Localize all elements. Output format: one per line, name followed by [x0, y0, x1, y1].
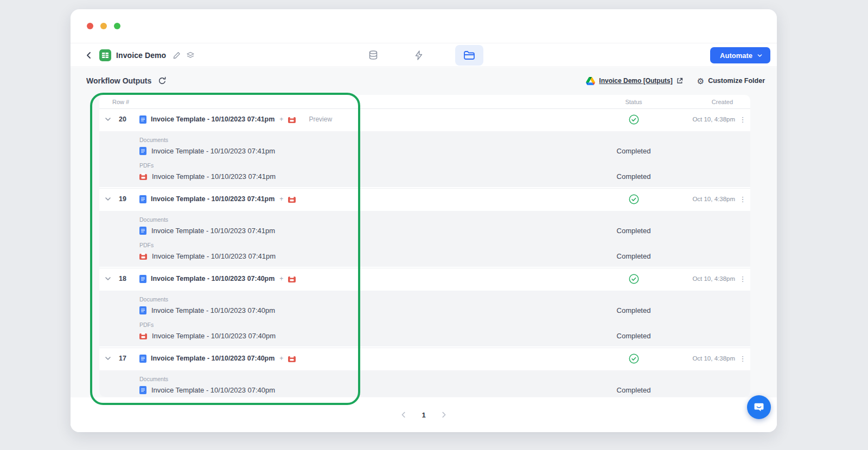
external-link-icon	[676, 78, 683, 84]
document-status: Completed	[593, 383, 674, 396]
status-success-icon	[629, 114, 639, 125]
refresh-button[interactable]	[158, 76, 167, 85]
pdf-icon	[288, 275, 296, 282]
page-title: Invoice Demo	[116, 51, 166, 60]
database-icon	[368, 50, 379, 61]
document-name[interactable]: Invoice Template - 10/10/2023 07:41pm	[151, 147, 275, 155]
table-row[interactable]: 19 Invoice Template - 10/10/2023 07:41pm…	[99, 189, 750, 209]
row-number: 17	[117, 355, 136, 362]
output-title[interactable]: Invoice Template - 10/10/2023 07:40pm	[151, 275, 275, 282]
chevron-left-icon	[400, 411, 407, 419]
kebab-icon: ⋮	[739, 355, 746, 362]
minimize-window-button[interactable]	[100, 23, 107, 29]
row-menu-button[interactable]: ⋮	[735, 275, 750, 282]
output-row-group: 18 Invoice Template - 10/10/2023 07:40pm…	[99, 268, 750, 346]
documents-label: Documents	[139, 375, 593, 383]
preview-link[interactable]: Preview	[309, 115, 332, 123]
pdf-icon	[288, 116, 296, 123]
output-title[interactable]: Invoice Template - 10/10/2023 07:40pm	[151, 355, 275, 362]
automate-button-label: Automate	[720, 52, 752, 60]
drive-folder-link-label: Invoice Demo [Outputs]	[599, 77, 672, 85]
next-page-button[interactable]	[440, 411, 448, 419]
close-window-button[interactable]	[87, 23, 93, 29]
column-header-row: Row #	[99, 99, 136, 105]
pdfs-label: PDFs	[139, 161, 593, 170]
output-row-group: 17 Invoice Template - 10/10/2023 07:40pm…	[99, 348, 750, 397]
chevron-down-icon	[104, 275, 112, 282]
created-timestamp: Oct 10, 4:38pm	[674, 116, 735, 123]
pdf-status: Completed	[593, 329, 674, 342]
table-row[interactable]: 17 Invoice Template - 10/10/2023 07:40pm…	[99, 348, 750, 369]
pdf-status: Completed	[593, 170, 674, 183]
document-icon	[139, 275, 146, 283]
table-row[interactable]: 20 Invoice Template - 10/10/2023 07:41pm…	[99, 109, 750, 130]
desktop-background: { "colors": { "accent": "#2E6CF5", "succ…	[0, 0, 868, 450]
table-row[interactable]: 18 Invoice Template - 10/10/2023 07:40pm…	[99, 268, 750, 289]
customize-folder-button[interactable]: ⚙ Customize Folder	[697, 77, 765, 85]
row-number: 18	[117, 275, 136, 282]
document-name[interactable]: Invoice Template - 10/10/2023 07:40pm	[151, 306, 275, 314]
rename-button[interactable]	[173, 52, 181, 59]
chevron-down-icon	[757, 53, 763, 59]
outputs-table: Row # Status Created 20 Invoice Template…	[99, 95, 750, 397]
chat-launcher-button[interactable]	[747, 395, 771, 419]
zoom-window-button[interactable]	[114, 23, 120, 29]
section-title: Workflow Outputs	[86, 76, 151, 85]
layers-icon	[186, 52, 195, 59]
app-window: Invoice Demo Automate	[71, 9, 777, 432]
drive-folder-link[interactable]: Invoice Demo [Outputs]	[586, 77, 682, 85]
current-page-number[interactable]: 1	[422, 411, 425, 419]
row-details-panel: Documents Invoice Template - 10/10/2023 …	[99, 131, 750, 187]
table-header: Row # Status Created	[99, 95, 750, 109]
document-icon	[139, 195, 146, 203]
row-number: 20	[117, 115, 136, 123]
output-title[interactable]: Invoice Template - 10/10/2023 07:41pm	[151, 195, 275, 203]
created-timestamp: Oct 10, 4:38pm	[674, 355, 735, 362]
tab-automations-view[interactable]	[410, 46, 428, 65]
refresh-icon	[158, 76, 167, 85]
kebab-icon: ⋮	[739, 275, 746, 282]
tab-outputs-view[interactable]	[455, 45, 483, 66]
collapse-row-button[interactable]	[99, 115, 117, 123]
pdf-icon	[139, 173, 147, 180]
document-name[interactable]: Invoice Template - 10/10/2023 07:40pm	[151, 386, 275, 394]
pdf-icon	[139, 253, 147, 260]
pdf-icon	[139, 332, 147, 339]
document-icon	[139, 147, 146, 155]
documents-label: Documents	[139, 295, 593, 304]
row-status	[593, 274, 674, 284]
lightning-icon	[413, 50, 424, 61]
row-status	[593, 194, 674, 204]
plus-separator: +	[279, 355, 283, 362]
kebab-icon: ⋮	[739, 196, 746, 203]
row-number: 19	[117, 195, 136, 203]
back-button[interactable]	[84, 50, 94, 61]
automate-button[interactable]: Automate	[710, 47, 770, 63]
documents-label: Documents	[139, 215, 593, 224]
column-header-created: Created	[674, 99, 735, 105]
kebab-icon: ⋮	[739, 116, 746, 123]
chevron-left-icon	[85, 51, 93, 60]
collapse-row-button[interactable]	[99, 355, 117, 362]
pdf-icon	[288, 355, 296, 362]
chevron-down-icon	[104, 355, 112, 362]
row-menu-button[interactable]: ⋮	[735, 116, 750, 123]
chevron-down-icon	[104, 195, 112, 203]
versions-button[interactable]	[186, 52, 195, 59]
row-menu-button[interactable]: ⋮	[735, 196, 750, 203]
chevron-right-icon	[440, 411, 448, 419]
status-success-icon	[629, 194, 639, 204]
collapse-row-button[interactable]	[99, 275, 117, 282]
documents-label: Documents	[139, 136, 593, 144]
collapse-row-button[interactable]	[99, 195, 117, 203]
row-menu-button[interactable]: ⋮	[735, 355, 750, 362]
pdf-name[interactable]: Invoice Template - 10/10/2023 07:40pm	[152, 332, 276, 340]
output-title[interactable]: Invoice Template - 10/10/2023 07:41pm	[151, 115, 275, 123]
previous-page-button[interactable]	[400, 411, 407, 419]
pdf-name[interactable]: Invoice Template - 10/10/2023 07:41pm	[152, 172, 276, 181]
plus-separator: +	[279, 195, 283, 203]
document-name[interactable]: Invoice Template - 10/10/2023 07:41pm	[151, 227, 275, 235]
tab-data-view[interactable]	[364, 46, 382, 65]
document-icon	[139, 386, 146, 394]
pdf-name[interactable]: Invoice Template - 10/10/2023 07:41pm	[152, 252, 276, 260]
